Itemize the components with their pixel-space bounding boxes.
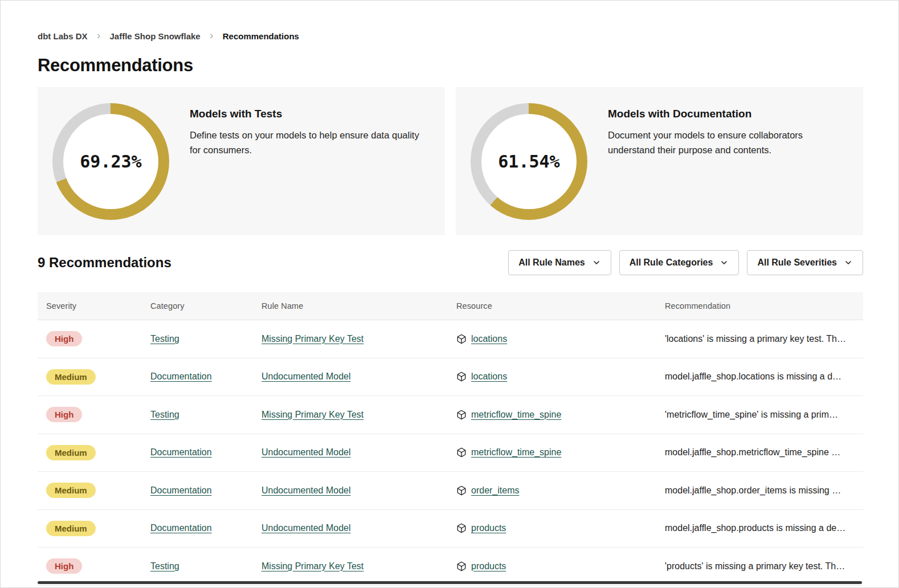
table-row: High Testing Missing Primary Key Test pr… [38,548,863,586]
column-header-rule-name: Rule Name [253,301,448,311]
category-link[interactable]: Documentation [150,485,212,495]
metric-cards: 69.23% Models with Tests Define tests on… [38,87,863,235]
rule-severities-filter-dropdown[interactable]: All Rule Severities [747,250,863,275]
model-box-icon [456,371,467,382]
filter-group: All Rule Names All Rule Categories All R… [508,250,863,275]
resource-link[interactable]: locations [471,371,507,382]
severity-badge: Medium [46,369,96,385]
rule-name-cell: Missing Primary Key Test [253,410,448,420]
card-text: Models with Documentation Document your … [608,103,849,157]
horizontal-scrollbar[interactable] [38,581,862,584]
model-box-icon [456,447,467,458]
column-header-severity: Severity [38,301,142,311]
table-row: High Testing Missing Primary Key Test me… [38,396,863,434]
resource-cell: locations [448,334,656,344]
category-cell: Documentation [142,371,253,382]
rule-name-link[interactable]: Missing Primary Key Test [261,410,363,419]
docs-percentage-value: 61.54% [498,152,559,172]
severity-badge: High [46,331,82,346]
recommendation-text: model.jaffle_shop.products is missing a … [656,523,863,533]
resource-cell: products [448,561,656,571]
rule-name-cell: Undocumented Model [253,371,448,382]
table-body: High Testing Missing Primary Key Test lo… [38,320,863,586]
category-link[interactable]: Documentation [150,371,212,381]
chevron-down-icon [592,258,601,267]
model-box-icon [456,523,467,533]
breadcrumb-link-dbt-labs-dx[interactable]: dbt Labs DX [38,31,88,41]
category-link[interactable]: Testing [150,561,179,571]
column-header-resource: Resource [448,301,656,311]
docs-donut-chart: 61.54% [471,103,587,220]
resource-link[interactable]: products [471,523,506,533]
rule-name-link[interactable]: Undocumented Model [261,447,351,457]
docs-card-title: Models with Documentation [608,108,849,120]
rule-severities-filter-label: All Rule Severities [757,258,837,268]
rule-name-cell: Undocumented Model [253,523,448,533]
severity-cell: Medium [38,445,142,460]
recommendation-text: 'products' is missing a primary key test… [656,561,863,571]
chevron-down-icon [844,258,853,267]
category-cell: Documentation [142,447,253,458]
resource-link[interactable]: metricflow_time_spine [471,447,561,458]
resource-cell: metricflow_time_spine [448,447,656,458]
rule-name-cell: Undocumented Model [253,485,448,496]
model-box-icon [456,561,467,571]
table-row: High Testing Missing Primary Key Test lo… [38,320,863,358]
tests-donut-chart: 69.23% [52,103,169,220]
rule-names-filter-dropdown[interactable]: All Rule Names [508,250,611,275]
donut-hole: 69.23% [63,114,158,209]
recommendations-toolbar: 9 Recommendations All Rule Names All Rul… [38,250,863,275]
recommendations-count-heading: 9 Recommendations [38,255,171,271]
table-row: Medium Documentation Undocumented Model … [38,358,863,397]
severity-cell: Medium [38,521,142,536]
resource-link[interactable]: metricflow_time_spine [471,410,561,420]
chevron-right-icon [95,32,103,40]
rule-name-cell: Undocumented Model [253,447,448,458]
column-header-category: Category [142,301,253,311]
breadcrumb-link-project[interactable]: Jaffle Shop Snowflake [110,31,201,41]
recommendation-text: model.jaffle_shop.metricflow_time_spine … [656,447,863,458]
table-row: Medium Documentation Undocumented Model … [38,434,863,472]
rule-name-link[interactable]: Missing Primary Key Test [261,561,363,571]
tests-card-title: Models with Tests [190,108,431,120]
category-cell: Documentation [142,523,253,533]
recommendations-table: Severity Category Rule Name Resource Rec… [38,292,863,586]
severity-cell: High [38,407,142,422]
rule-name-link[interactable]: Undocumented Model [261,371,351,381]
model-box-icon [456,485,467,496]
category-link[interactable]: Testing [150,410,179,419]
severity-badge: Medium [46,521,96,536]
rule-name-link[interactable]: Undocumented Model [261,523,351,533]
severity-cell: Medium [38,369,142,385]
resource-link[interactable]: products [471,561,506,571]
category-cell: Testing [142,561,253,571]
category-link[interactable]: Documentation [150,447,212,457]
severity-badge: Medium [46,483,96,498]
category-link[interactable]: Documentation [150,523,212,533]
severity-cell: High [38,331,142,346]
rule-names-filter-label: All Rule Names [518,258,585,268]
recommendation-text: 'locations' is missing a primary key tes… [656,334,863,344]
donut-hole: 61.54% [481,114,577,209]
rule-name-link[interactable]: Missing Primary Key Test [261,334,363,344]
model-box-icon [456,334,467,344]
rule-name-cell: Missing Primary Key Test [253,334,448,344]
rule-name-cell: Missing Primary Key Test [253,561,448,571]
category-link[interactable]: Testing [150,334,179,344]
page-title: Recommendations [38,55,863,76]
card-text: Models with Tests Define tests on your m… [190,103,431,157]
resource-cell: order_items [448,485,656,496]
column-header-recommendation: Recommendation [656,301,863,311]
severity-badge: High [46,558,82,574]
severity-cell: High [38,558,142,574]
docs-card-description: Document your models to ensure collabora… [608,128,849,157]
rule-categories-filter-dropdown[interactable]: All Rule Categories [619,250,739,275]
category-cell: Testing [142,334,253,344]
table-header-row: Severity Category Rule Name Resource Rec… [38,292,863,320]
breadcrumb-current-recommendations: Recommendations [223,31,299,41]
rule-name-link[interactable]: Undocumented Model [261,485,351,495]
resource-link[interactable]: locations [471,334,507,344]
resource-link[interactable]: order_items [471,485,519,496]
models-with-documentation-card: 61.54% Models with Documentation Documen… [456,87,863,235]
severity-badge: Medium [46,445,96,460]
